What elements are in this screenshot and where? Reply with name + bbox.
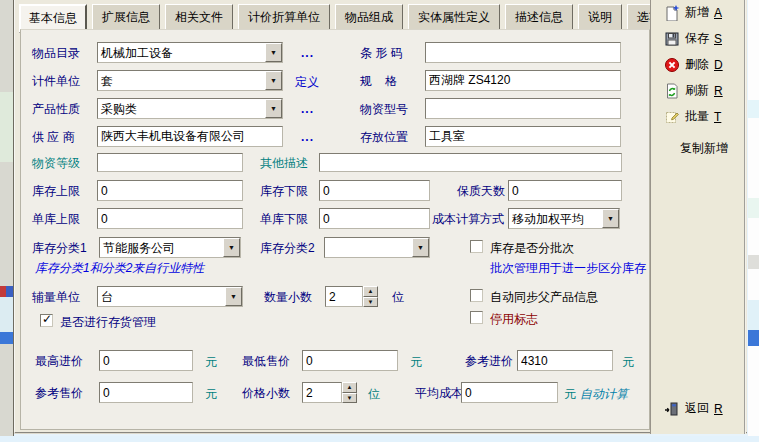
screen: 基本信息 扩展信息 相关文件 计价折算单位 物品组成 实体属性定义 描述信息 说… — [0, 0, 759, 442]
single-stock-lower-input[interactable] — [319, 208, 430, 229]
sync-parent-checkbox[interactable] — [470, 289, 483, 302]
copy-new-button[interactable]: 复制新增 — [680, 140, 728, 157]
ref-purchase-unit: 元 — [622, 354, 634, 371]
dropdown-arrow-icon[interactable]: ▼ — [223, 238, 240, 257]
save-button[interactable]: 保存 S — [664, 30, 722, 47]
batch-button-key: T — [714, 110, 721, 124]
material-model-label: 物资型号 — [360, 102, 408, 116]
action-toolbar: 新增 A 保存 S 删除 D 刷新 R 批量 T 复制新增 返回 R — [650, 0, 746, 434]
piece-unit-dropdown[interactable]: 套 ▼ — [97, 70, 283, 91]
avg-cost-label: 平均成本 — [415, 386, 463, 400]
max-purchase-input[interactable] — [99, 350, 193, 371]
delete-button[interactable]: 删除 D — [664, 56, 723, 73]
price-decimal-stepper[interactable]: ▲ ▼ — [342, 382, 357, 403]
item-catalog-more-button[interactable]: ... — [301, 46, 314, 60]
background-fragment — [748, 300, 759, 330]
dropdown-arrow-icon[interactable]: ▼ — [265, 43, 282, 62]
stock-class1-label: 库存分类1 — [32, 241, 87, 255]
background-fragment — [748, 255, 759, 269]
dropdown-arrow-icon[interactable]: ▼ — [265, 99, 282, 118]
item-editor-window: 基本信息 扩展信息 相关文件 计价折算单位 物品组成 实体属性定义 描述信息 说… — [14, 0, 747, 434]
max-purchase-label: 最高进价 — [35, 354, 83, 368]
other-desc-input[interactable] — [319, 153, 622, 172]
unit-define-link[interactable]: 定义 — [295, 74, 319, 91]
dropdown-arrow-icon[interactable]: ▼ — [265, 71, 282, 90]
avg-cost-hint: 自动计算 — [580, 386, 628, 403]
spin-up-icon[interactable]: ▲ — [363, 286, 378, 297]
ref-sale-label: 参考售价 — [35, 386, 83, 400]
background-fragment — [0, 92, 13, 162]
batch-hint: 批次管理用于进一步区分库存 — [490, 260, 646, 277]
material-grade-label: 物资等级 — [32, 156, 80, 170]
stock-upper-input[interactable] — [97, 180, 243, 201]
shelf-days-label: 保质天数 — [457, 184, 505, 198]
new-icon — [664, 5, 680, 21]
background-strip-bottom — [0, 436, 759, 442]
stock-lower-input[interactable] — [319, 180, 430, 201]
back-icon — [664, 401, 680, 417]
aux-unit-label: 辅量单位 — [32, 290, 80, 304]
background-fragment — [748, 198, 759, 218]
material-grade-input[interactable] — [97, 153, 243, 172]
back-button[interactable]: 返回 R — [664, 400, 723, 417]
new-button-label: 新增 — [685, 4, 709, 21]
supplier-more-button[interactable]: ... — [301, 130, 314, 144]
save-icon — [664, 31, 680, 47]
spin-down-icon[interactable]: ▼ — [342, 393, 357, 404]
delete-button-key: D — [714, 58, 723, 72]
spin-down-icon[interactable]: ▼ — [363, 297, 378, 308]
qty-decimal-input[interactable] — [325, 286, 363, 307]
stock-class1-dropdown[interactable]: 节能服务公司 ▼ — [99, 237, 241, 258]
item-catalog-dropdown[interactable]: 机械加工设备 ▼ — [97, 42, 283, 63]
item-catalog-label: 物品目录 — [32, 46, 80, 60]
stock-class2-dropdown[interactable]: ▼ — [324, 237, 430, 258]
stock-upper-label: 库存上限 — [32, 184, 80, 198]
material-model-input[interactable] — [425, 98, 621, 119]
batch-checkbox[interactable] — [470, 240, 483, 253]
other-desc-label: 其他描述 — [260, 156, 308, 170]
stock-class2-label: 库存分类2 — [260, 241, 315, 255]
max-purchase-unit: 元 — [205, 354, 217, 371]
avg-cost-input[interactable] — [461, 382, 558, 403]
cost-method-dropdown[interactable]: 移动加权平均 ▼ — [508, 208, 620, 229]
delete-icon — [664, 57, 680, 73]
dropdown-arrow-icon[interactable]: ▼ — [225, 287, 242, 306]
min-sale-input[interactable] — [302, 350, 398, 371]
new-button[interactable]: 新增 A — [664, 4, 722, 21]
batch-icon — [664, 109, 680, 125]
ref-purchase-input[interactable] — [517, 350, 613, 371]
refresh-button[interactable]: 刷新 R — [664, 82, 723, 99]
inventory-mgmt-checkbox[interactable]: ✓ — [40, 314, 53, 327]
dropdown-arrow-icon[interactable]: ▼ — [412, 238, 429, 257]
barcode-label: 条 形 码 — [360, 46, 403, 60]
storage-location-input[interactable] — [425, 126, 621, 147]
inventory-mgmt-checkbox-label: 是否进行存货管理 — [60, 315, 156, 329]
product-nature-dropdown[interactable]: 采购类 ▼ — [97, 98, 283, 119]
shelf-days-input[interactable] — [508, 180, 622, 201]
ref-sale-input[interactable] — [99, 382, 193, 403]
ref-sale-unit: 元 — [205, 386, 217, 403]
product-nature-more-button[interactable]: ... — [301, 102, 314, 116]
disabled-flag-checkbox-label: 停用标志 — [490, 312, 538, 326]
qty-decimal-stepper[interactable]: ▲ ▼ — [363, 286, 378, 307]
single-stock-lower-label: 单库下限 — [260, 212, 308, 226]
spin-up-icon[interactable]: ▲ — [342, 382, 357, 393]
price-decimal-input[interactable] — [302, 382, 342, 403]
aux-unit-dropdown[interactable]: 台 ▼ — [97, 286, 243, 307]
batch-button[interactable]: 批量 T — [664, 108, 721, 125]
background-fragment — [748, 330, 759, 346]
supplier-input[interactable] — [97, 126, 283, 147]
background-window-sliver-right — [748, 0, 759, 442]
barcode-input[interactable] — [425, 42, 621, 63]
spec-input[interactable] — [425, 70, 621, 91]
disabled-flag-checkbox[interactable] — [470, 311, 483, 324]
stock-class1-value: 节能服务公司 — [103, 240, 175, 257]
cost-method-label: 成本计算方式 — [432, 212, 504, 226]
storage-location-label: 存放位置 — [360, 130, 408, 144]
dropdown-arrow-icon[interactable]: ▼ — [602, 209, 619, 228]
single-stock-upper-input[interactable] — [97, 208, 243, 229]
product-nature-label: 产品性质 — [32, 102, 80, 116]
qty-decimal-suffix: 位 — [392, 290, 404, 304]
qty-decimal-label: 数量小数 — [264, 290, 312, 304]
supplier-label: 供 应 商 — [32, 130, 75, 144]
